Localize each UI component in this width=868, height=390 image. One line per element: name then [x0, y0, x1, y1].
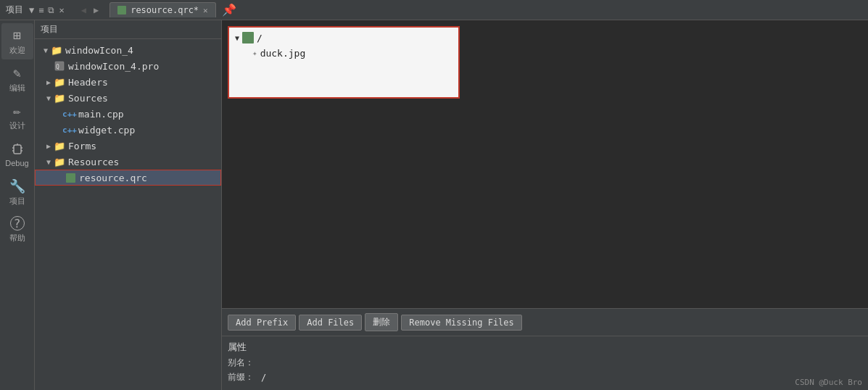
file-icon-main-cpp: c++ — [64, 108, 75, 120]
nav-back-icon[interactable]: ◀ — [79, 4, 88, 17]
tree-label-resource-qrc: resource.qrc — [79, 173, 147, 183]
sidebar-label-project: 项目 — [9, 196, 25, 207]
tree-label-windowicon4: windowIcon_4 — [65, 45, 133, 56]
sidebar-item-design[interactable]: ✏ 设计 — [1, 99, 33, 135]
sidebar-label-design: 设计 — [9, 120, 25, 131]
sidebar-label-welcome: 欢迎 — [9, 45, 25, 56]
grid-icon: ⊞ — [13, 28, 21, 43]
tree-item-resource-qrc[interactable]: resource.qrc — [35, 170, 221, 186]
file-icon-qrc — [65, 172, 76, 183]
expand-arrow-headers[interactable]: ▶ — [44, 77, 54, 87]
expand-arrow-forms[interactable]: ▶ — [44, 141, 54, 151]
res-file-star-icon: ✦ — [252, 49, 257, 58]
sidebar-icons: ⊞ 欢迎 ✎ 编辑 ✏ 设计 Debug 🔧 项目 ? — [0, 20, 35, 390]
tree-label-resources: Resources — [68, 157, 119, 167]
sidebar-item-project[interactable]: 🔧 项目 — [1, 174, 33, 210]
tree-item-resources[interactable]: ▼ 📁 Resources — [35, 154, 221, 170]
tree-label-main-cpp: main.cpp — [78, 109, 124, 120]
resource-editor: ▼ / ✦ duck.jpg Add Prefix Add Files 删 — [222, 20, 868, 390]
sidebar-label-edit: 编辑 — [9, 83, 25, 94]
panel-title: 项目 — [41, 23, 58, 36]
sidebar-item-debug[interactable]: Debug — [1, 136, 33, 173]
sidebar-item-edit[interactable]: ✎ 编辑 — [1, 61, 33, 97]
property-value-prefix: / — [261, 373, 266, 383]
tree-item-widget-cpp[interactable]: c++ widget.cpp — [35, 122, 221, 138]
resource-tab[interactable]: resource.qrc* ✕ — [109, 2, 216, 17]
nav-forward-icon[interactable]: ▶ — [91, 4, 101, 17]
property-label-alias: 别名： — [228, 357, 257, 369]
sidebar-item-help[interactable]: ? 帮助 — [1, 212, 33, 248]
folder-icon-forms: 📁 — [54, 140, 65, 152]
sidebar-label-debug: Debug — [5, 159, 28, 167]
sidebar-item-welcome[interactable]: ⊞ 欢迎 — [1, 23, 33, 59]
tab-close-button[interactable]: ✕ — [203, 6, 208, 15]
filter-icon[interactable]: ▼ — [29, 5, 34, 15]
split-icon[interactable]: ⧉ — [48, 5, 54, 15]
tree-label-pro: windowIcon_4.pro — [68, 61, 159, 72]
sort-icon[interactable]: ≡ — [38, 5, 44, 15]
expand-arrow-windowicon4[interactable]: ▼ — [41, 45, 51, 55]
property-label-prefix: 前缀： — [228, 371, 257, 383]
folder-icon-headers: 📁 — [54, 76, 65, 88]
remove-missing-files-button[interactable]: Remove Missing Files — [401, 315, 522, 331]
tree-item-forms[interactable]: ▶ 📁 Forms — [35, 138, 221, 154]
res-prefix-icon — [242, 32, 254, 43]
design-icon: ✏ — [13, 103, 21, 118]
file-icon-pro: Q — [54, 60, 65, 72]
resource-file-row: ✦ duck.jpg — [235, 48, 452, 59]
delete-button[interactable]: 删除 — [365, 313, 398, 331]
file-icon-widget-cpp: c++ — [64, 124, 75, 136]
tab-label: resource.qrc* — [131, 5, 199, 15]
bottom-toolbar: Add Prefix Add Files 删除 Remove Missing F… — [222, 308, 868, 336]
debug-icon — [10, 142, 25, 157]
nav-arrows: ◀ ▶ — [79, 4, 101, 17]
content-area: ▼ / ✦ duck.jpg Add Prefix Add Files 删 — [222, 20, 868, 390]
res-prefix-label: / — [257, 33, 263, 43]
folder-icon-windowicon4: 📁 — [51, 44, 62, 56]
tree-label-forms: Forms — [68, 141, 96, 152]
tree-label-widget-cpp: widget.cpp — [78, 125, 135, 136]
svg-text:Q: Q — [56, 64, 59, 70]
tree-item-windowicon4[interactable]: ▼ 📁 windowIcon_4 — [35, 42, 221, 58]
panel-header: 项目 — [35, 20, 221, 39]
res-file-name: duck.jpg — [260, 48, 306, 59]
tree-label-headers: Headers — [68, 77, 108, 88]
tab-area: resource.qrc* ✕ — [109, 2, 216, 17]
tree-container[interactable]: ▼ 📁 windowIcon_4 Q windowIcon_4.pro ▶ 📁 … — [35, 39, 221, 390]
add-prefix-button[interactable]: Add Prefix — [228, 315, 296, 331]
add-files-button[interactable]: Add Files — [299, 315, 362, 331]
pin-icon[interactable]: 📌 — [222, 3, 236, 17]
project-label: 项目 — [6, 4, 23, 16]
title-bar: 项目 ▼ ≡ ⧉ ✕ ◀ ▶ resource.qrc* ✕ 📌 — [0, 0, 868, 20]
expand-arrow-resources[interactable]: ▼ — [44, 157, 54, 167]
tree-item-main-cpp[interactable]: c++ main.cpp — [35, 106, 221, 122]
close-panel-icon[interactable]: ✕ — [59, 5, 64, 15]
tree-label-sources: Sources — [68, 93, 108, 104]
property-row-prefix: 前缀： / — [228, 371, 862, 383]
sidebar-label-help: 帮助 — [9, 233, 25, 244]
properties-area: 属性 别名： 前缀： / — [222, 336, 868, 390]
project-panel: 项目 ▼ 📁 windowIcon_4 Q windowIcon_4.pro — [35, 20, 222, 390]
property-row-alias: 别名： — [228, 357, 862, 369]
resource-box: ▼ / ✦ duck.jpg — [228, 26, 460, 99]
main-layout: ⊞ 欢迎 ✎ 编辑 ✏ 设计 Debug 🔧 项目 ? — [0, 20, 868, 390]
tab-file-icon — [117, 6, 126, 14]
res-expand-arrow[interactable]: ▼ — [235, 34, 239, 42]
folder-icon-resources: 📁 — [54, 156, 65, 167]
toolbar-buttons: Add Prefix Add Files 删除 Remove Missing F… — [228, 313, 862, 331]
resource-prefix-row: ▼ / — [235, 32, 452, 43]
resource-tree-area[interactable]: ▼ / ✦ duck.jpg — [222, 20, 868, 308]
expand-arrow-sources[interactable]: ▼ — [44, 93, 54, 103]
watermark: CSDN @Duck Bro — [795, 378, 862, 387]
title-bar-icons: ▼ ≡ ⧉ ✕ — [29, 5, 65, 15]
svg-rect-0 — [14, 145, 21, 154]
tree-item-sources[interactable]: ▼ 📁 Sources — [35, 90, 221, 106]
help-icon: ? — [10, 216, 25, 231]
edit-icon: ✎ — [13, 65, 21, 80]
folder-icon-sources: 📁 — [54, 92, 65, 104]
wrench-icon: 🔧 — [9, 178, 25, 194]
tree-item-windowicon4-pro[interactable]: Q windowIcon_4.pro — [35, 58, 221, 74]
tree-item-headers[interactable]: ▶ 📁 Headers — [35, 74, 221, 90]
properties-title: 属性 — [228, 341, 862, 354]
